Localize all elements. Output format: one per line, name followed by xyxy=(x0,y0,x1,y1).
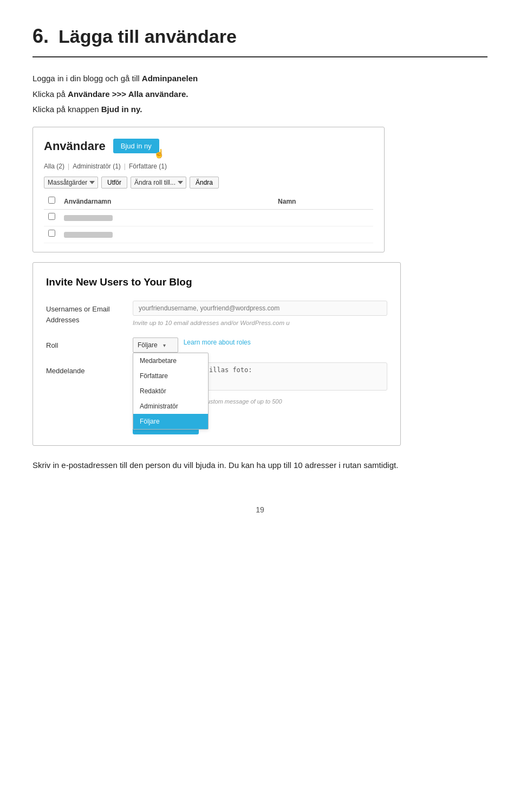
bulk-actions-select[interactable]: Massåtgärder xyxy=(44,177,98,189)
page-header: 6. Lägga till användare xyxy=(32,22,487,57)
role-field-row: Roll Följare ▾ Medarbetare Författare Re… xyxy=(46,337,387,353)
filter-admin[interactable]: Administratör (1) xyxy=(73,161,121,171)
select-all-checkbox[interactable] xyxy=(48,197,55,204)
table-row xyxy=(44,209,373,226)
table-row xyxy=(44,226,373,243)
bjud-in-ny-button[interactable]: Bjud in ny ☝ xyxy=(113,139,159,153)
chapter-number: 6. xyxy=(32,22,49,51)
intro-line1: Logga in i din blogg och gå till Adminpa… xyxy=(32,73,487,85)
users-panel-screenshot: Användare Bjud in ny ☝ Alla (2) | Admini… xyxy=(32,127,385,252)
username-email-input[interactable] xyxy=(133,301,387,316)
cursor-icon: ☝ xyxy=(154,148,165,159)
col-username-header: Användarnamn xyxy=(60,194,274,210)
row-checkbox-2[interactable] xyxy=(48,230,55,237)
role-select-wrapper: Följare ▾ Medarbetare Författare Redaktö… xyxy=(133,337,178,353)
filter-row: Alla (2) | Administratör (1) | Författar… xyxy=(44,161,373,171)
andra-button[interactable]: Ändra xyxy=(190,177,219,189)
username-field-content: Invite up to 10 email addresses and/or W… xyxy=(133,301,387,328)
row-checkbox-1[interactable] xyxy=(48,213,55,220)
learn-more-link[interactable]: Learn more about roles xyxy=(184,337,251,347)
select-all-header xyxy=(44,194,60,210)
invite-panel-title: Invite New Users to Your Blog xyxy=(46,275,387,290)
username-hint: Invite up to 10 email addresses and/or W… xyxy=(133,319,387,328)
blurred-username-2 xyxy=(64,232,113,238)
utfor-button[interactable]: Utför xyxy=(101,177,127,189)
role-label: Roll xyxy=(46,337,133,351)
role-selected-value: Följare xyxy=(138,340,158,350)
username-field-row: Usernames or EmailAddresses Invite up to… xyxy=(46,301,387,328)
filter-forfattare[interactable]: Författare (1) xyxy=(129,161,167,171)
chevron-down-icon: ▾ xyxy=(163,341,166,349)
col-name-header: Namn xyxy=(274,194,373,210)
message-label: Meddelande xyxy=(46,362,133,376)
bulk-actions-row: Massåtgärder Utför Ändra roll till... Än… xyxy=(44,177,373,189)
users-panel-header: Användare Bjud in ny ☝ xyxy=(44,137,373,155)
users-table: Användarnamn Namn xyxy=(44,194,373,243)
andra-roll-select[interactable]: Ändra roll till... xyxy=(131,177,186,189)
intro-line2: Klicka på Användare >>> Alla användare. xyxy=(32,88,487,101)
blurred-username-1 xyxy=(64,215,113,221)
role-option-redaktor[interactable]: Redaktör xyxy=(133,384,208,399)
role-option-administrator[interactable]: Administratör xyxy=(133,399,208,414)
intro-line3: Klicka på knappen Bjud in ny. xyxy=(32,103,487,116)
role-option-forfattare[interactable]: Författare xyxy=(133,368,208,384)
role-option-medarbetare[interactable]: Medarbetare xyxy=(133,353,208,368)
role-select-box[interactable]: Följare ▾ xyxy=(133,337,178,353)
role-field-content: Följare ▾ Medarbetare Författare Redaktö… xyxy=(133,337,387,353)
invite-panel-screenshot: Invite New Users to Your Blog Usernames … xyxy=(32,262,401,446)
footer-text: Skriv in e-postadressen till den person … xyxy=(32,459,487,472)
page-number: 19 xyxy=(32,504,487,516)
role-dropdown: Medarbetare Författare Redaktör Administ… xyxy=(133,353,209,430)
chapter-title: Lägga till användare xyxy=(58,23,237,50)
filter-all[interactable]: Alla (2) xyxy=(44,161,64,171)
username-label: Usernames or EmailAddresses xyxy=(46,301,133,328)
role-option-foljare[interactable]: Följare xyxy=(133,414,208,429)
users-panel-title: Användare xyxy=(44,137,106,155)
message-field-row: Meddelande es you to följ Gunillas foto:… xyxy=(46,362,387,406)
